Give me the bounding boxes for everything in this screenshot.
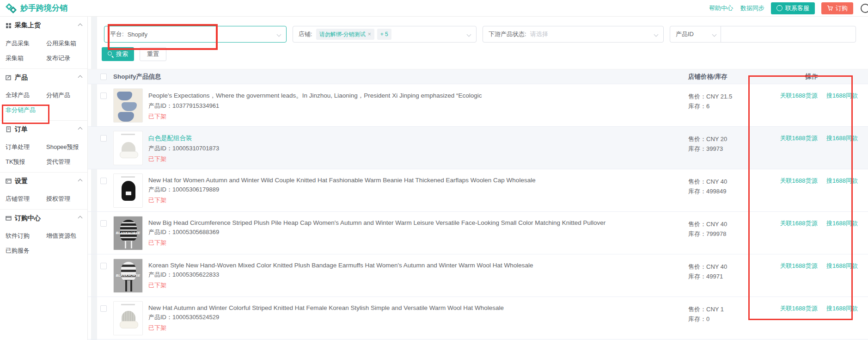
order-button[interactable]: 订购	[821, 2, 853, 14]
search-1688-same[interactable]: 搜1688同款	[826, 305, 858, 312]
help-center-link[interactable]: 帮助中心	[709, 4, 733, 12]
sidebar-section-order: 订单 订单处理 Shopee预报 TK预报 货代管理	[0, 120, 87, 172]
link-1688-source[interactable]: 关联1688货源	[780, 220, 818, 227]
product-id-filter-group: 产品ID	[670, 26, 856, 43]
search-1688-same[interactable]: 搜1688同款	[826, 262, 858, 269]
contact-support-button[interactable]: 联系客服	[771, 2, 815, 14]
purchase-center-icon	[6, 215, 12, 221]
row-checkbox[interactable]	[100, 135, 107, 142]
sidebar-section-purchase-center-header[interactable]: 订购中心	[0, 209, 87, 227]
price-stock-cell: 售价：CNY 40 库存：799978	[688, 212, 755, 254]
avatar-icon[interactable]	[861, 4, 868, 13]
sidebar-item-public-collect-box[interactable]: 公用采集箱	[46, 40, 87, 47]
sidebar-item-freight-management[interactable]: 货代管理	[46, 158, 87, 166]
product-id: 产品ID：10005310701873	[148, 144, 688, 153]
status-badge: 已下架	[148, 281, 688, 290]
sidebar-item-non-distribution-products[interactable]: 非分销产品	[6, 106, 46, 114]
platform-select[interactable]: 平台: Shopify	[104, 26, 287, 43]
link-1688-source[interactable]: 关联1688货源	[780, 177, 818, 184]
chevron-down-icon	[712, 32, 717, 37]
link-1688-source[interactable]: 关联1688货源	[780, 135, 818, 142]
sidebar-item-product-collect[interactable]: 产品采集	[6, 40, 46, 47]
sidebar-section-settings-header[interactable]: 设置	[0, 172, 87, 190]
row-actions: 关联1688货源 搜1688同款	[755, 297, 868, 339]
search-1688-same[interactable]: 搜1688同款	[826, 220, 858, 227]
row-actions: 关联1688货源 搜1688同款	[755, 169, 868, 211]
chevron-up-icon	[78, 179, 83, 184]
row-checkbox[interactable]	[100, 305, 107, 312]
row-checkbox[interactable]	[100, 220, 107, 227]
sidebar-item-value-added-packs[interactable]: 增值资源包	[46, 232, 87, 240]
product-table: Shopify产品信息 店铺价格/库存 操作 People's Expectat…	[88, 69, 868, 340]
table-row: People's Expectations，Where the governme…	[88, 84, 868, 127]
search-1688-same[interactable]: 搜1688同款	[826, 92, 858, 99]
chevron-up-icon	[78, 23, 83, 28]
column-price-stock: 店铺价格/库存	[688, 73, 755, 81]
select-all-checkbox[interactable]	[100, 74, 107, 80]
row-actions: 关联1688货源 搜1688同款	[755, 212, 868, 254]
search-1688-same[interactable]: 搜1688同款	[826, 177, 858, 184]
sidebar-item-shopee-forecast[interactable]: Shopee预报	[46, 143, 87, 151]
reset-button[interactable]: 重置	[140, 47, 166, 61]
product-id-input[interactable]	[721, 26, 856, 42]
sidebar-item-purchased-services[interactable]: 已购服务	[6, 247, 46, 254]
topbar: 妙手跨境分销 帮助中心 数据同步 联系客服 订购	[0, 0, 868, 17]
row-checkbox[interactable]	[100, 263, 107, 269]
table-row: New Hat Autumn and Winter Colorful Strip…	[88, 297, 868, 340]
product-id: 产品ID：10005305688369	[148, 228, 688, 236]
chevron-up-icon	[78, 127, 83, 132]
logo-icon	[6, 3, 17, 14]
row-checkbox[interactable]	[100, 93, 107, 99]
sidebar-section-product-header[interactable]: 产品	[0, 68, 87, 86]
sidebar-item-distribution-products[interactable]: 分销产品	[46, 92, 87, 99]
product-image: BLANKHORSE	[113, 259, 143, 293]
product-image	[113, 88, 143, 123]
product-title-link[interactable]: 白色是配组合装	[148, 134, 688, 142]
product-title: New Big Head Circumference Striped Plush…	[148, 219, 688, 226]
sidebar-section-collect-header[interactable]: 采集上货	[0, 17, 87, 34]
link-1688-source[interactable]: 关联1688货源	[780, 92, 818, 99]
status-badge: 已下架	[148, 196, 688, 204]
product-id: 产品ID：10005305622833	[148, 271, 688, 279]
app-logo[interactable]: 妙手跨境分销	[6, 3, 67, 14]
search-button[interactable]: 搜索	[102, 47, 134, 61]
sidebar-section-purchase-center: 订购中心 软件订购 增值资源包 已购服务	[0, 209, 87, 261]
sidebar-item-publish-records[interactable]: 发布记录	[46, 55, 87, 62]
row-actions: 关联1688货源 搜1688同款	[755, 127, 868, 169]
sidebar-item-order-processing[interactable]: 订单处理	[6, 143, 46, 151]
sidebar-section-order-header[interactable]: 订单	[0, 120, 87, 138]
link-1688-source[interactable]: 关联1688货源	[780, 305, 818, 312]
data-sync-link[interactable]: 数据同步	[740, 4, 764, 12]
tag-close-icon[interactable]: ×	[368, 31, 371, 37]
sidebar-item-authorization-management[interactable]: 授权管理	[46, 195, 87, 203]
column-product-info: Shopify产品信息	[113, 73, 688, 81]
search-1688-same[interactable]: 搜1688同款	[826, 135, 858, 142]
row-checkbox[interactable]	[100, 178, 107, 184]
sidebar-item-shop-management[interactable]: 店铺管理	[6, 195, 46, 203]
status-badge: 已下架	[148, 324, 688, 332]
product-icon	[6, 74, 12, 80]
downstream-status-select[interactable]: 下游产品状态: 请选择	[483, 26, 664, 43]
table-row: BLANKHORSE Korean Style New Hand-Woven M…	[88, 254, 868, 297]
shop-select[interactable]: 店铺: 请勿解绑-分销测试 × + 5	[293, 26, 477, 43]
shop-more-tag[interactable]: + 5	[377, 29, 391, 40]
price-stock-cell: 售价：CNY 40 库存：499849	[688, 169, 755, 211]
chevron-up-icon	[78, 75, 83, 80]
order-icon	[6, 126, 12, 132]
product-id-type-select[interactable]: 产品ID	[670, 26, 721, 42]
chevron-down-icon	[654, 32, 659, 37]
platform-value: Shopify	[128, 31, 147, 38]
sidebar-item-global-products[interactable]: 全球产品	[6, 92, 46, 99]
sidebar-section-collect: 采集上货 产品采集 公用采集箱 采集箱 发布记录	[0, 17, 87, 68]
chevron-down-icon	[277, 32, 281, 37]
sidebar-item-software-purchase[interactable]: 软件订购	[6, 232, 46, 240]
shop-tag: 请勿解绑-分销测试 ×	[316, 29, 374, 40]
price-stock-cell: 售价：CNY 20 库存：39973	[688, 127, 755, 169]
link-1688-source[interactable]: 关联1688货源	[780, 262, 818, 269]
sidebar-item-collect-box[interactable]: 采集箱	[6, 55, 46, 62]
product-image: BLANKHORSE	[113, 216, 143, 250]
sidebar-item-tk-forecast[interactable]: TK预报	[6, 158, 46, 166]
product-image	[113, 301, 143, 335]
sidebar: 采集上货 产品采集 公用采集箱 采集箱 发布记录 产品 全球产品 分销产品 非分…	[0, 17, 88, 340]
table-row: 白色是配组合装 产品ID：10005310701873 已下架 售价：CNY 2…	[88, 127, 868, 169]
